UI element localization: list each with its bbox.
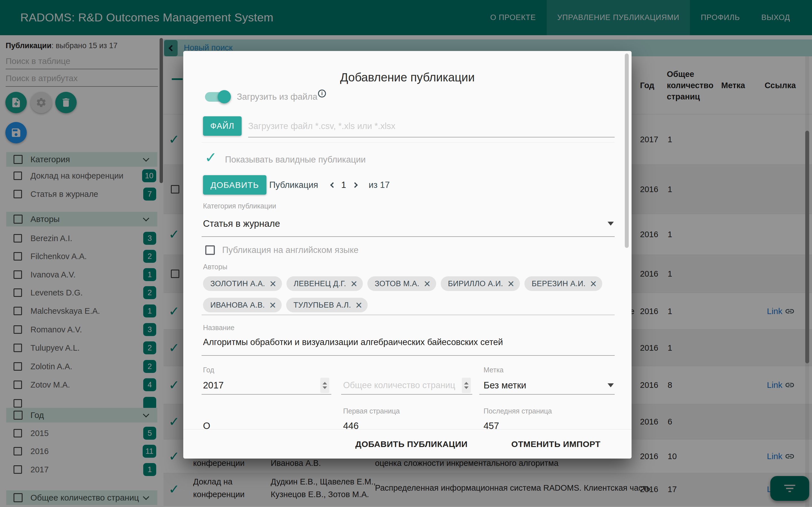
chip-close-icon[interactable]: ×: [269, 278, 276, 289]
load-from-file-toggle[interactable]: [205, 92, 229, 102]
add-publication-dialog: Добавление публикации Загрузить из файла…: [183, 51, 631, 459]
show-valid-label: Показывать валидные публикации: [225, 155, 366, 165]
chip-close-icon[interactable]: ×: [507, 278, 514, 289]
name-label: Название: [203, 324, 235, 332]
divider: [248, 137, 615, 137]
author-chip: БИРИЛЛО А.И.×: [441, 276, 520, 291]
stepper-down-icon: [322, 386, 327, 389]
first-page-label: Первая страница: [343, 407, 400, 415]
file-button[interactable]: ФАЙЛ: [203, 116, 242, 136]
english-checkbox-label: Публикация на английском языке: [222, 245, 359, 255]
name-input[interactable]: Алгоритмы обработки и визуализации алгеб…: [203, 335, 503, 349]
pages-stepper[interactable]: [462, 378, 471, 393]
chip-label: БЕРЕЗИН А.И.: [532, 279, 586, 288]
first-page-input[interactable]: 446: [343, 420, 359, 429]
divider: [202, 315, 615, 315]
author-chip: БЕРЕЗИН А.И.×: [524, 276, 602, 291]
chip-close-icon[interactable]: ×: [356, 299, 362, 311]
chip-close-icon[interactable]: ×: [424, 278, 430, 289]
year-stepper[interactable]: [320, 378, 329, 393]
chip-close-icon[interactable]: ×: [269, 299, 276, 311]
info-icon[interactable]: i: [318, 90, 326, 98]
total-pages-input[interactable]: Общее количество страниц: [343, 378, 455, 393]
pager-current: 1: [341, 180, 346, 190]
author-chip: ИВАНОВА А.В.×: [203, 298, 282, 313]
clipped-field-text: О: [203, 420, 210, 429]
add-button[interactable]: ДОБАВИТЬ: [203, 175, 266, 194]
chip-label: ИВАНОВА А.В.: [210, 301, 265, 309]
radoms-app: RADOMS: R&D Outcomes Management System О…: [0, 0, 812, 507]
chevron-right-icon[interactable]: [352, 182, 358, 188]
divider: [202, 394, 331, 395]
chip-label: ЛЕВЕНЕЦ Д.Г.: [294, 279, 346, 288]
dropdown-caret-icon[interactable]: [608, 383, 614, 387]
category-label: Категория публикации: [203, 202, 276, 210]
tag-label: Метка: [484, 366, 504, 374]
last-page-label: Последняя страница: [484, 407, 552, 415]
chevron-left-icon[interactable]: [330, 182, 336, 188]
add-publications-button[interactable]: ДОБАВИТЬ ПУБЛИКАЦИИ: [355, 439, 467, 449]
year-input[interactable]: 2017: [203, 378, 223, 393]
pager-label: Публикация: [269, 180, 318, 190]
year-label: Год: [203, 366, 214, 374]
last-page-input[interactable]: 457: [484, 420, 499, 429]
divider: [202, 142, 615, 143]
load-from-file-label: Загрузить из файла: [237, 92, 317, 102]
chip-label: ЗОТОВ М.А.: [375, 279, 419, 288]
dropdown-caret-icon[interactable]: [608, 222, 614, 226]
english-checkbox[interactable]: [205, 245, 215, 255]
check-icon[interactable]: ✓: [205, 149, 217, 166]
toggle-thumb: [218, 90, 231, 103]
divider: [202, 355, 615, 356]
chip-label: БИРИЛЛО А.И.: [448, 279, 503, 288]
pager-total: из 17: [369, 180, 390, 190]
stepper-up-icon: [464, 382, 469, 385]
stepper-down-icon: [464, 386, 469, 389]
dialog-title: Добавление публикации: [183, 71, 631, 84]
category-select[interactable]: Статья в журнале: [203, 216, 280, 231]
author-chip: ЗОТОВ М.А.×: [367, 276, 436, 291]
author-chip: ТУЛУПЬЕВ А.Л.×: [286, 298, 368, 313]
chip-close-icon[interactable]: ×: [351, 278, 357, 289]
cancel-import-button[interactable]: ОТМЕНИТЬ ИМПОРТ: [511, 439, 601, 449]
stepper-up-icon: [322, 382, 327, 385]
author-chips: ЗОЛОТИН А.А.×ЛЕВЕНЕЦ Д.Г.×ЗОТОВ М.А.×БИР…: [203, 276, 616, 313]
author-chip: ЛЕВЕНЕЦ Д.Г.×: [287, 276, 363, 291]
divider: [479, 394, 615, 395]
dialog-footer: ДОБАВИТЬ ПУБЛИКАЦИИ ОТМЕНИТЬ ИМПОРТ: [183, 429, 631, 459]
publication-pager: Публикация 1 из 17: [269, 175, 390, 194]
tag-select[interactable]: Без метки: [484, 378, 526, 393]
file-input[interactable]: Загрузите файл *.csv, *.xls или *.xlsx: [248, 116, 395, 136]
divider: [341, 394, 472, 395]
chip-label: ЗОЛОТИН А.А.: [210, 279, 265, 288]
divider: [202, 236, 615, 237]
authors-label: Авторы: [203, 263, 227, 271]
chip-close-icon[interactable]: ×: [590, 278, 597, 289]
author-chip: ЗОЛОТИН А.А.×: [203, 276, 282, 291]
chip-label: ТУЛУПЬЕВ А.Л.: [294, 301, 351, 309]
dialog-scrollbar[interactable]: [625, 54, 629, 248]
